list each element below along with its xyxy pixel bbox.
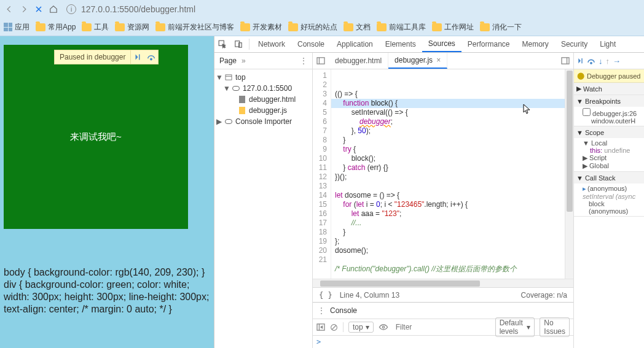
tab-elements[interactable]: Elements bbox=[379, 36, 422, 52]
tab-network[interactable]: Network bbox=[252, 36, 291, 52]
bookmark-item[interactable]: 工作网址 bbox=[432, 22, 474, 33]
callstack-section[interactable]: ▼Call Stack bbox=[574, 172, 644, 184]
scope-script[interactable]: ▶ Script bbox=[583, 154, 642, 162]
folder-icon bbox=[344, 23, 353, 31]
navigator-menu-icon[interactable]: ⋮ bbox=[300, 56, 307, 65]
device-toggle-button[interactable] bbox=[230, 36, 246, 52]
line-gutter: 123456789101112131415161718192021 bbox=[313, 69, 331, 279]
bookmark-item[interactable]: 前端开发社区与博客 bbox=[155, 22, 234, 33]
cursor-position: Line 4, Column 13 bbox=[340, 291, 399, 300]
bookmark-item[interactable]: 工具 bbox=[82, 22, 109, 33]
live-expression-button[interactable] bbox=[379, 323, 388, 331]
toggle-navigator-button[interactable] bbox=[313, 53, 329, 69]
stack-frame[interactable]: ▸(anonymous) bbox=[583, 185, 642, 193]
bookmark-item[interactable]: 资源网 bbox=[115, 22, 149, 33]
bookmarks-bar: 应用 常用App 工具 资源网 前端开发社区与博客 开发素材 好玩的站点 文档 … bbox=[0, 18, 644, 36]
drawer-menu-icon[interactable]: ⋮ bbox=[318, 306, 325, 315]
tree-file-html[interactable]: debugger.html bbox=[214, 94, 312, 105]
step-into-button[interactable]: ↓ bbox=[599, 56, 603, 66]
page-viewport: 来调试我吧~ Paused in debugger body { backgro… bbox=[0, 36, 214, 348]
svg-rect-8 bbox=[562, 58, 569, 64]
bookmark-item[interactable]: 开发素材 bbox=[240, 22, 282, 33]
devtools-panel: Network Console Application Elements Sou… bbox=[214, 36, 644, 348]
breakpoints-section[interactable]: ▼Breakpoints bbox=[574, 95, 644, 107]
scope-global[interactable]: ▶ Global bbox=[583, 162, 642, 170]
file-tab-js[interactable]: debugger.js× bbox=[388, 53, 447, 69]
browser-toolbar: i 127.0.0.1:5500/debugger.html bbox=[0, 0, 644, 18]
filter-input[interactable] bbox=[393, 321, 490, 333]
breakpoint-checkbox[interactable] bbox=[583, 108, 591, 116]
code-editor[interactable]: 123456789101112131415161718192021 (() =>… bbox=[313, 69, 573, 279]
horizontal-scrollbar[interactable] bbox=[313, 279, 573, 287]
svg-line-13 bbox=[332, 325, 336, 330]
close-tab-icon[interactable]: × bbox=[436, 56, 441, 64]
apps-shortcut[interactable]: 应用 bbox=[4, 22, 29, 33]
bookmark-item[interactable]: 常用App bbox=[36, 22, 76, 33]
url-text: 127.0.0.1:5500/debugger.html bbox=[81, 4, 195, 14]
tab-sources[interactable]: Sources bbox=[422, 36, 461, 52]
resume-button[interactable] bbox=[131, 50, 144, 64]
breakpoint-item[interactable]: debugger.js:26window.outerH bbox=[574, 107, 644, 126]
resume-script-button[interactable] bbox=[577, 57, 584, 64]
folder-icon bbox=[36, 23, 45, 31]
step-out-button[interactable]: ↑ bbox=[606, 56, 610, 66]
bookmark-item[interactable]: 前端工具库 bbox=[377, 22, 426, 33]
bookmark-item[interactable]: 消化一下 bbox=[480, 22, 522, 33]
page-content-box: 来调试我吧~ bbox=[4, 45, 188, 229]
stack-frame-async[interactable]: setInterval (async bbox=[583, 193, 642, 200]
bookmark-item[interactable]: 文档 bbox=[344, 22, 371, 33]
tab-console[interactable]: Console bbox=[291, 36, 331, 52]
file-tab-html[interactable]: debugger.html bbox=[329, 53, 388, 69]
tab-performance[interactable]: Performance bbox=[461, 36, 516, 52]
svg-rect-4 bbox=[226, 75, 232, 80]
stop-button[interactable] bbox=[33, 4, 44, 15]
watch-section[interactable]: ▶Watch bbox=[574, 83, 644, 95]
scope-local[interactable]: ▼ Local bbox=[583, 139, 642, 147]
tab-security[interactable]: Security bbox=[555, 36, 594, 52]
js-file-icon bbox=[239, 107, 245, 114]
more-tabs-icon[interactable]: » bbox=[242, 56, 246, 65]
page-tab[interactable]: Page bbox=[219, 56, 237, 65]
inspect-element-button[interactable] bbox=[214, 36, 230, 52]
step-over-button[interactable] bbox=[587, 58, 595, 64]
svg-rect-6 bbox=[317, 58, 324, 64]
paused-overlay: Paused in debugger bbox=[54, 50, 159, 64]
tab-application[interactable]: Application bbox=[331, 36, 379, 52]
toggle-debugger-button[interactable] bbox=[557, 53, 573, 69]
pretty-print-icon[interactable]: { } bbox=[319, 291, 332, 300]
file-tree: ▼top ▼127.0.0.1:5500 debugger.html debug… bbox=[214, 69, 312, 130]
site-info-icon[interactable]: i bbox=[66, 4, 76, 14]
console-prompt[interactable]: > bbox=[313, 336, 573, 348]
forward-button[interactable] bbox=[18, 4, 29, 15]
tab-lighthouse[interactable]: Light bbox=[594, 36, 622, 52]
sources-navigator: Page » ⋮ ▼top ▼127.0.0.1:5500 debugger.h… bbox=[214, 53, 313, 348]
context-selector[interactable]: top ▾ bbox=[348, 322, 374, 333]
console-sidebar-toggle[interactable] bbox=[316, 323, 325, 331]
paused-banner: ⬤Debugger paused bbox=[574, 69, 644, 83]
issues-button[interactable]: No Issues bbox=[540, 317, 570, 337]
back-button[interactable] bbox=[4, 4, 15, 15]
folder-icon bbox=[377, 23, 387, 31]
log-levels-selector[interactable]: Default levels ▾ bbox=[495, 317, 535, 337]
coverage-label: Coverage: n/a bbox=[521, 291, 567, 300]
address-bar[interactable]: i 127.0.0.1:5500/debugger.html bbox=[63, 2, 640, 17]
stack-frame[interactable]: (anonymous) bbox=[583, 207, 642, 215]
clear-console-button[interactable] bbox=[330, 323, 338, 331]
bookmark-item[interactable]: 好玩的站点 bbox=[288, 22, 337, 33]
folder-icon bbox=[115, 23, 125, 31]
tree-top[interactable]: ▼top bbox=[214, 72, 312, 83]
tab-memory[interactable]: Memory bbox=[516, 36, 555, 52]
editor-statusbar: { } Line 4, Column 13 Coverage: n/a bbox=[313, 287, 573, 302]
tree-file-js[interactable]: debugger.js bbox=[214, 105, 312, 116]
scope-section[interactable]: ▼Scope bbox=[574, 126, 644, 138]
source-editor: debugger.html debugger.js× 1234567891011… bbox=[313, 53, 573, 348]
css-text-dump: body { background-color: rgb(140, 209, 2… bbox=[4, 266, 210, 315]
stack-frame[interactable]: block bbox=[583, 200, 642, 207]
step-over-button[interactable] bbox=[144, 50, 158, 64]
tree-origin[interactable]: ▼127.0.0.1:5500 bbox=[214, 83, 312, 94]
step-button[interactable]: → bbox=[613, 56, 621, 66]
console-tab[interactable]: Console bbox=[330, 306, 357, 315]
file-icon bbox=[239, 96, 245, 103]
home-button[interactable] bbox=[48, 4, 59, 15]
tree-console-importer[interactable]: ▶Console Importer bbox=[214, 116, 312, 127]
